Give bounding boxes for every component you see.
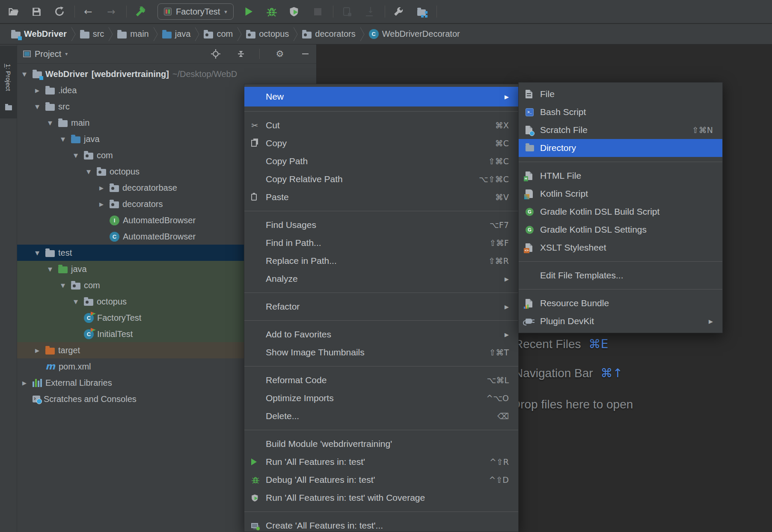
menu-item-add-to-favorites[interactable]: Add to Favorites ▶ xyxy=(244,325,518,343)
excluded-folder-icon xyxy=(45,348,55,355)
submenu-item-bash-script[interactable]: >_ Bash Script xyxy=(519,103,722,121)
forward-button[interactable]: → xyxy=(105,5,118,18)
submenu-item-gradle-kotlin-dsl-build-script[interactable]: G Gradle Kotlin DSL Build Script xyxy=(519,203,722,221)
attach-profiler-button[interactable] xyxy=(340,5,353,18)
menu-item-run-with-coverage[interactable]: Run 'All Features in: test' with Coverag… xyxy=(244,489,518,507)
package-icon xyxy=(110,185,119,192)
submenu-item-gradle-kotlin-dsl-settings[interactable]: G Gradle Kotlin DSL Settings xyxy=(519,221,722,239)
submenu-item-file[interactable]: File xyxy=(519,85,722,103)
expanded-arrow-icon[interactable]: ▼ xyxy=(35,103,45,110)
expanded-arrow-icon[interactable]: ▼ xyxy=(22,71,33,77)
tree-item-webdriver-root[interactable]: ▼ WebDriver [webdrivertraining] ~/Deskto… xyxy=(17,66,316,82)
folder-icon xyxy=(45,250,55,257)
expanded-arrow-icon[interactable]: ▼ xyxy=(61,282,71,289)
sync-button[interactable] xyxy=(53,5,66,18)
project-panel-title[interactable]: Project xyxy=(35,49,61,59)
project-structure-button[interactable] xyxy=(415,5,428,18)
run-button[interactable] xyxy=(242,5,255,18)
debug-button[interactable] xyxy=(265,5,278,18)
menu-item-delete[interactable]: Delete... ⌫ xyxy=(244,407,518,425)
stop-button[interactable] xyxy=(312,5,324,18)
save-icon xyxy=(31,6,42,17)
submenu-item-xslt-stylesheet[interactable]: <> XSLT Stylesheet xyxy=(519,239,722,257)
folder-icon xyxy=(80,32,89,38)
expanded-arrow-icon[interactable]: ▼ xyxy=(74,152,84,159)
submenu-item-directory[interactable]: Directory xyxy=(519,139,722,157)
menu-item-reformat-code[interactable]: Reformat Code ⌥⌘L xyxy=(244,371,518,389)
submenu-item-scratch-file[interactable]: Scratch File ⇧⌘N xyxy=(519,121,722,139)
xslt-file-icon: <> xyxy=(526,243,532,252)
save-all-button[interactable] xyxy=(30,5,43,18)
expanded-arrow-icon[interactable]: ▼ xyxy=(86,168,97,175)
run-with-coverage-button[interactable] xyxy=(288,5,301,18)
breadcrumb-item-com[interactable]: com xyxy=(199,29,238,39)
breadcrumb-item-octopus[interactable]: octopus xyxy=(241,29,294,39)
menu-separator xyxy=(244,366,518,366)
menu-item-copy[interactable]: Copy ⌘C xyxy=(244,134,518,152)
folder-icon xyxy=(58,120,68,127)
menu-item-debug-all-features[interactable]: Debug 'All Features in: test' ^⇧D xyxy=(244,471,518,489)
panel-settings-button[interactable]: ⚙ xyxy=(275,49,285,59)
chevron-down-icon[interactable]: ▾ xyxy=(65,51,68,57)
submenu-item-resource-bundle[interactable]: Resource Bundle xyxy=(519,294,722,312)
minus-icon xyxy=(302,53,309,54)
menu-item-cut[interactable]: ✂ Cut ⌘X xyxy=(244,116,518,134)
menu-item-find-in-path[interactable]: Find in Path... ⇧⌘F xyxy=(244,234,518,252)
directory-folder-icon xyxy=(526,145,534,151)
menu-item-refactor[interactable]: Refactor ▶ xyxy=(244,298,518,316)
settings-button[interactable] xyxy=(392,5,405,18)
expanded-arrow-icon[interactable]: ▼ xyxy=(48,266,58,272)
breadcrumb-item-webdriverdecorator[interactable]: C WebDriverDecorator xyxy=(364,29,465,39)
submenu-item-kotlin-script[interactable]: Kotlin Script xyxy=(519,185,722,203)
scissors-icon: ✂ xyxy=(251,121,266,130)
menu-item-copy-path[interactable]: Copy Path ⇧⌘C xyxy=(244,152,518,170)
menu-item-find-usages[interactable]: Find Usages ⌥F7 xyxy=(244,216,518,234)
submenu-item-edit-file-templates[interactable]: Edit File Templates... xyxy=(519,266,722,284)
locate-file-button[interactable] xyxy=(211,49,221,59)
runnable-badge-icon xyxy=(91,328,96,333)
collapsed-arrow-icon[interactable]: ▶ xyxy=(99,185,110,191)
collapsed-arrow-icon[interactable]: ▶ xyxy=(35,87,45,94)
back-button[interactable]: ← xyxy=(82,5,95,18)
expanded-arrow-icon[interactable]: ▼ xyxy=(35,250,45,256)
menu-item-replace-in-path[interactable]: Replace in Path... ⇧⌘R xyxy=(244,252,518,270)
open-file-button[interactable] xyxy=(7,5,20,18)
class-icon: C xyxy=(369,29,379,39)
breadcrumb-item-src[interactable]: src xyxy=(75,29,110,39)
submenu-item-html-file[interactable]: H HTML File xyxy=(519,167,722,185)
get-thread-dump-button[interactable]: ↓ xyxy=(363,5,376,18)
resource-bundle-icon xyxy=(526,299,532,307)
collapse-all-button[interactable] xyxy=(236,49,246,59)
collapsed-arrow-icon[interactable]: ▶ xyxy=(99,201,110,207)
expanded-arrow-icon[interactable]: ▼ xyxy=(48,120,58,126)
breadcrumb-item-decorators[interactable]: decorators xyxy=(297,29,361,39)
menu-item-analyze[interactable]: Analyze ▶ xyxy=(244,270,518,288)
file-icon xyxy=(526,90,532,98)
menu-item-run-all-features[interactable]: Run 'All Features in: test' ^⇧R xyxy=(244,453,518,471)
collapsed-arrow-icon[interactable]: ▶ xyxy=(22,380,33,386)
project-tab-folder-icon xyxy=(5,105,12,110)
package-icon xyxy=(246,32,255,38)
scratch-file-icon xyxy=(526,126,532,134)
menu-item-show-image-thumbnails[interactable]: Show Image Thumbnails ⇧⌘T xyxy=(244,343,518,361)
chevron-down-icon: ▾ xyxy=(224,9,227,15)
clock-badge-icon xyxy=(529,131,534,136)
menu-item-copy-relative-path[interactable]: Copy Relative Path ⌥⇧⌘C xyxy=(244,170,518,188)
breadcrumb-item-webdriver[interactable]: WebDriver xyxy=(6,29,72,39)
run-configuration-select[interactable]: FactoryTest ▾ xyxy=(157,3,234,20)
collapsed-arrow-icon[interactable]: ▶ xyxy=(35,347,45,354)
breadcrumb-item-java[interactable]: java xyxy=(157,29,196,39)
build-project-button[interactable] xyxy=(134,5,146,18)
breadcrumb-item-main[interactable]: main xyxy=(112,29,154,39)
menu-item-build-module[interactable]: Build Module 'webdrivertraining' xyxy=(244,435,518,453)
tool-window-tab-project[interactable]: 1: Project xyxy=(0,46,17,118)
menu-item-paste[interactable]: Paste ⌘V xyxy=(244,188,518,206)
menu-item-create-all-features[interactable]: Create 'All Features in: test'... xyxy=(244,517,518,532)
menu-item-new[interactable]: New ▶ xyxy=(244,87,518,106)
expanded-arrow-icon[interactable]: ▼ xyxy=(61,136,71,142)
expanded-arrow-icon[interactable]: ▼ xyxy=(74,299,84,305)
hide-panel-button[interactable] xyxy=(300,49,310,59)
package-icon xyxy=(110,201,119,208)
menu-item-optimize-imports[interactable]: Optimize Imports ^⌥O xyxy=(244,389,518,407)
submenu-item-plugin-devkit[interactable]: Plugin DevKit ▶ xyxy=(519,312,722,330)
